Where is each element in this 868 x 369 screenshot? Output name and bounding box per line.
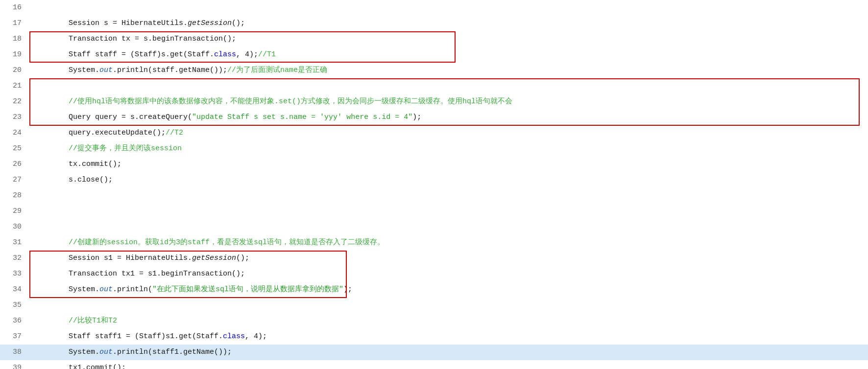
line-num-38: 38 <box>0 345 29 360</box>
line-content-18: Transaction tx = s.beginTransaction(); <box>29 31 868 47</box>
line-num-24: 24 <box>0 125 29 141</box>
line-content-34: System.out.println("在此下面如果发送sql语句，说明是从数据… <box>29 282 868 298</box>
code-line-34: 34 System.out.println("在此下面如果发送sql语句，说明是… <box>0 282 868 298</box>
line-content-17: Session s = HibernateUtils.getSession(); <box>29 16 868 31</box>
code-line-16: 16 <box>0 0 868 16</box>
line-num-37: 37 <box>0 329 29 345</box>
line-content-33: Transaction tx1 = s1.beginTransaction(); <box>29 266 868 282</box>
code-line-18: 18 Transaction tx = s.beginTransaction()… <box>0 31 868 47</box>
code-editor: 16 17 Session s = HibernateUtils.getSess… <box>0 0 868 369</box>
line-num-27: 27 <box>0 172 29 188</box>
code-line-22: 22 //使用hql语句将数据库中的该条数据修改内容，不能使用对象.set()方… <box>0 94 868 110</box>
code-line-24: 24 query.executeUpdate();//T2 <box>0 125 868 141</box>
line-num-25: 25 <box>0 141 29 157</box>
line-content-38: System.out.println(staff1.getName()); <box>29 345 868 360</box>
line-content-19: Staff staff = (Staff)s.get(Staff.class, … <box>29 47 868 63</box>
code-line-19: 19 Staff staff = (Staff)s.get(Staff.clas… <box>0 47 868 63</box>
code-line-36: 36 //比较T1和T2 <box>0 313 868 329</box>
code-line-30: 30 <box>0 219 868 235</box>
line-content-22: //使用hql语句将数据库中的该条数据修改内容，不能使用对象.set()方式修改… <box>29 94 868 110</box>
code-line-23: 23 Query query = s.createQuery("update S… <box>0 110 868 125</box>
code-line-37: 37 Staff staff1 = (Staff)s1.get(Staff.cl… <box>0 329 868 345</box>
line-num-31: 31 <box>0 235 29 251</box>
line-content-31: //创建新的session。获取id为3的staff，看是否发送sql语句，就知… <box>29 235 868 251</box>
code-line-29: 29 <box>0 204 868 219</box>
line-content-24: query.executeUpdate();//T2 <box>29 125 868 141</box>
line-content-39: tx1.commit(); <box>29 360 868 369</box>
line-content-25: //提交事务，并且关闭该session <box>29 141 868 157</box>
line-num-36: 36 <box>0 313 29 329</box>
code-line-21: 21 <box>0 78 868 94</box>
line-content-32: Session s1 = HibernateUtils.getSession()… <box>29 251 868 266</box>
code-line-32: 32 Session s1 = HibernateUtils.getSessio… <box>0 251 868 266</box>
line-num-35: 35 <box>0 298 29 313</box>
line-content-37: Staff staff1 = (Staff)s1.get(Staff.class… <box>29 329 868 345</box>
line-content-20: System.out.println(staff.getName());//为了… <box>29 63 868 78</box>
line-num-30: 30 <box>0 219 29 235</box>
line-num-20: 20 <box>0 63 29 78</box>
line-num-19: 19 <box>0 47 29 63</box>
code-line-17: 17 Session s = HibernateUtils.getSession… <box>0 16 868 31</box>
code-line-26: 26 tx.commit(); <box>0 157 868 172</box>
code-line-35: 35 <box>0 298 868 313</box>
line-num-28: 28 <box>0 188 29 204</box>
method-getSession: getSession <box>188 19 232 27</box>
line-num-21: 21 <box>0 78 29 94</box>
line-num-39: 39 <box>0 360 29 369</box>
line-content-27: s.close(); <box>29 172 868 188</box>
code-line-31: 31 //创建新的session。获取id为3的staff，看是否发送sql语句… <box>0 235 868 251</box>
code-line-27: 27 s.close(); <box>0 172 868 188</box>
line-num-23: 23 <box>0 110 29 125</box>
line-num-26: 26 <box>0 157 29 172</box>
line-num-33: 33 <box>0 266 29 282</box>
line-content-23: Query query = s.createQuery("update Staf… <box>29 110 868 125</box>
line-num-16: 16 <box>0 0 29 16</box>
code-line-20: 20 System.out.println(staff.getName());/… <box>0 63 868 78</box>
code-line-28: 28 <box>0 188 868 204</box>
line-num-34: 34 <box>0 282 29 298</box>
code-line-38: 38 System.out.println(staff1.getName()); <box>0 345 868 360</box>
line-content-26: tx.commit(); <box>29 157 868 172</box>
line-num-17: 17 <box>0 16 29 31</box>
line-num-22: 22 <box>0 94 29 110</box>
line-num-29: 29 <box>0 204 29 219</box>
line-num-32: 32 <box>0 251 29 266</box>
code-line-25: 25 //提交事务，并且关闭该session <box>0 141 868 157</box>
line-content-36: //比较T1和T2 <box>29 313 868 329</box>
code-line-39: 39 tx1.commit(); <box>0 360 868 369</box>
code-line-33: 33 Transaction tx1 = s1.beginTransaction… <box>0 266 868 282</box>
line-num-18: 18 <box>0 31 29 47</box>
